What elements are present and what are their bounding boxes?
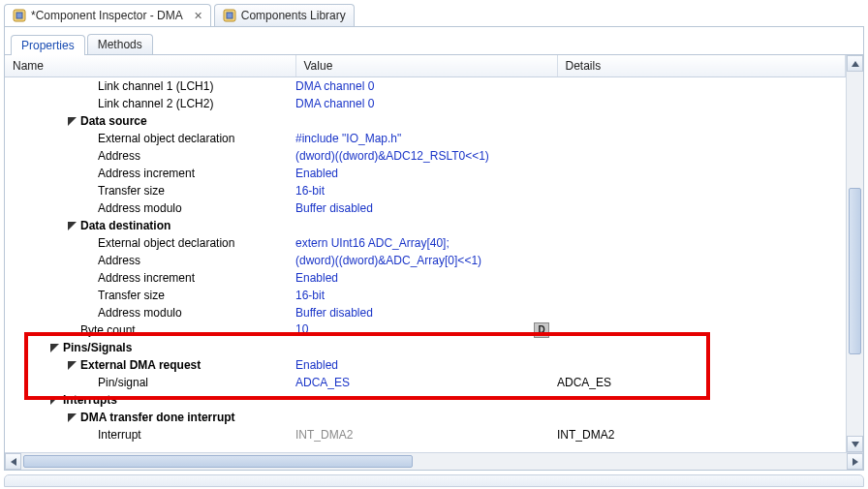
table-row[interactable]: Address moduloBuffer disabled [5, 304, 846, 321]
scroll-track[interactable] [847, 72, 863, 436]
row-value[interactable]: Buffer disabled [295, 201, 373, 215]
toggle-icon[interactable] [67, 221, 78, 231]
tab-properties[interactable]: Properties [11, 35, 85, 55]
row-name: Link channel 1 (LCH1) [98, 79, 213, 93]
toggle-icon[interactable] [49, 395, 60, 406]
svg-marker-8 [50, 396, 59, 405]
svg-marker-4 [68, 117, 77, 126]
scroll-down-button[interactable] [847, 436, 863, 452]
toggle-icon[interactable] [67, 116, 78, 127]
table-row[interactable]: Pins/Signals [5, 339, 846, 356]
row-value[interactable]: 10 [295, 322, 308, 336]
table-row[interactable]: Data source [5, 112, 846, 130]
row-name: External object declaration [98, 236, 234, 250]
editor-tab-component-inspector[interactable]: *Component Inspector - DMA ✕ [4, 4, 211, 26]
row-value[interactable]: INT_DMA2 [295, 428, 353, 442]
table-row[interactable]: InterruptINT_DMA2INT_DMA2 [5, 426, 846, 443]
component-icon [13, 9, 26, 22]
row-name: DMA transfer done interrupt [80, 411, 235, 424]
row-details: ADCA_ES [557, 376, 611, 389]
row-name: Pin/signal [98, 376, 148, 389]
row-name: Interrupts [63, 393, 117, 407]
row-name: Transfer size [98, 184, 165, 198]
toggle-icon[interactable] [49, 343, 60, 353]
row-value[interactable]: DMA channel 0 [295, 79, 374, 93]
row-value[interactable]: #include "IO_Map.h" [295, 132, 401, 145]
scroll-area: Name Value Details Link channel 1 (LCH1)… [5, 55, 846, 452]
table-row[interactable]: DMA transfer done interrupt [5, 409, 846, 426]
table-row[interactable]: Pin/signalADCA_ESADCA_ES [5, 374, 846, 391]
editor-tab-components-library[interactable]: Components Library [214, 4, 355, 26]
table-row[interactable]: Address(dword)((dword)&ADC_Array[0]<<1) [5, 252, 846, 269]
row-name: Address modulo [98, 306, 182, 320]
svg-marker-5 [68, 222, 77, 230]
svg-marker-6 [50, 344, 59, 352]
bottom-strip [4, 474, 864, 487]
row-value[interactable]: DMA channel 0 [295, 97, 374, 110]
editor-tab-label: Components Library [241, 9, 346, 22]
table-row[interactable]: Address(dword)((dword)&ADC12_RSLT0<<1) [5, 147, 846, 165]
row-name: Address increment [98, 271, 195, 285]
row-name: Link channel 2 (LCH2) [98, 97, 213, 110]
scroll-track[interactable] [21, 453, 847, 470]
row-name: Address [98, 149, 140, 163]
row-name: Data destination [80, 219, 170, 232]
table-row[interactable]: Link channel 1 (LCH1)DMA channel 0 [5, 77, 846, 96]
row-name: Pins/Signals [63, 341, 132, 354]
tree-wrap: Name Value Details Link channel 1 (LCH1)… [5, 55, 863, 470]
row-name: External object declaration [98, 132, 234, 145]
row-name: Interrupt [98, 428, 141, 442]
table-row[interactable]: External DMA requestEnabled [5, 356, 846, 374]
table-row[interactable]: Data destination [5, 217, 846, 234]
row-name: Data source [80, 114, 147, 128]
col-header-value[interactable]: Value [295, 55, 557, 77]
subtab-label: Methods [98, 38, 142, 51]
row-name: Byte count [80, 323, 136, 337]
row-value[interactable]: Enabled [295, 167, 338, 180]
svg-marker-7 [68, 361, 77, 370]
vertical-scrollbar[interactable] [846, 55, 863, 452]
row-value[interactable]: Enabled [295, 271, 338, 285]
table-row[interactable]: Interrupts [5, 391, 846, 409]
close-icon[interactable]: ✕ [194, 10, 202, 22]
row-name: Address [98, 254, 140, 267]
row-value[interactable]: extern UInt16 ADC_Array[40]; [295, 236, 450, 250]
scroll-thumb[interactable] [23, 455, 413, 468]
table-row[interactable]: Transfer size16-bit [5, 287, 846, 304]
table-row[interactable]: External object declaration#include "IO_… [5, 130, 846, 147]
table-row[interactable]: External object declarationextern UInt16… [5, 234, 846, 252]
table-row[interactable]: Byte count10D [5, 321, 846, 339]
svg-rect-3 [227, 13, 232, 18]
subtabs: Properties Methods [5, 27, 863, 55]
horizontal-scrollbar[interactable] [5, 452, 863, 470]
scroll-up-button[interactable] [847, 55, 863, 72]
property-table: Name Value Details Link channel 1 (LCH1)… [5, 55, 846, 443]
scroll-left-button[interactable] [5, 453, 21, 470]
table-row[interactable]: Link channel 2 (LCH2)DMA channel 0 [5, 95, 846, 112]
tab-methods[interactable]: Methods [87, 34, 153, 54]
row-value[interactable]: ADCA_ES [295, 376, 350, 389]
row-value[interactable]: Buffer disabled [295, 306, 373, 320]
editor-tabs: *Component Inspector - DMA ✕ Components … [0, 0, 868, 26]
row-value[interactable]: (dword)((dword)&ADC12_RSLT0<<1) [295, 149, 489, 163]
table-row[interactable]: Address incrementEnabled [5, 165, 846, 182]
row-name: Address increment [98, 167, 195, 180]
row-details: INT_DMA2 [557, 428, 614, 442]
scroll-thumb[interactable] [849, 188, 861, 354]
editor-tab-label: *Component Inspector - DMA [31, 9, 183, 22]
table-row[interactable]: Transfer size16-bit [5, 182, 846, 199]
svg-marker-9 [68, 413, 77, 422]
scroll-right-button[interactable] [847, 453, 863, 470]
table-row[interactable]: Address moduloBuffer disabled [5, 199, 846, 217]
toggle-icon[interactable] [67, 360, 78, 371]
col-header-name[interactable]: Name [5, 55, 295, 77]
table-row[interactable]: Address incrementEnabled [5, 269, 846, 287]
row-value[interactable]: (dword)((dword)&ADC_Array[0]<<1) [295, 254, 481, 267]
toggle-icon[interactable] [67, 413, 78, 423]
row-value[interactable]: Enabled [295, 358, 338, 372]
row-value[interactable]: 16-bit [295, 289, 325, 302]
row-name: Address modulo [98, 201, 182, 215]
row-value[interactable]: 16-bit [295, 184, 325, 198]
col-header-details[interactable]: Details [557, 55, 846, 77]
row-name: External DMA request [80, 358, 201, 372]
